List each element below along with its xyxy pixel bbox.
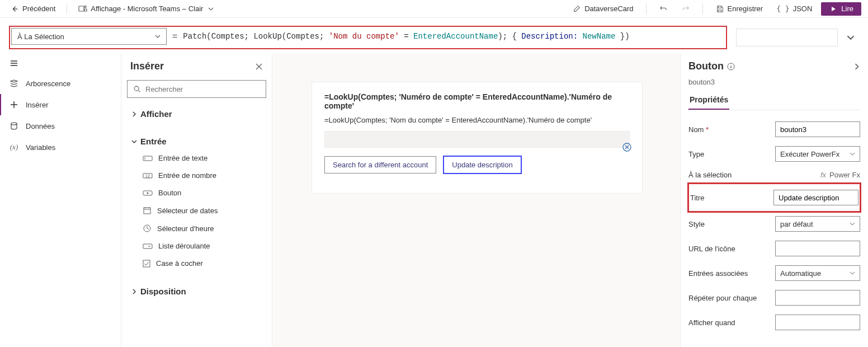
update-description-button[interactable]: Update description bbox=[443, 156, 521, 174]
prop-type-value: Exécuter PowerFx bbox=[780, 150, 839, 158]
nav-variables[interactable]: (x) Variables bbox=[0, 137, 121, 158]
properties-title-text: Bouton bbox=[688, 60, 724, 72]
save-label: Enregistrer bbox=[728, 4, 763, 13]
prop-row-repeat: Répéter pour chaque bbox=[688, 285, 860, 310]
number-input-icon: 12 bbox=[143, 172, 153, 180]
redo-icon bbox=[681, 4, 690, 13]
tab-properties[interactable]: Propriétés bbox=[688, 92, 729, 110]
dataverse-button[interactable]: DataverseCard bbox=[568, 2, 638, 16]
hamburger-button[interactable] bbox=[0, 54, 121, 73]
play-button[interactable]: Lire bbox=[821, 2, 861, 16]
json-button[interactable]: { } JSON bbox=[772, 2, 817, 15]
redo-button[interactable] bbox=[677, 2, 695, 16]
property-label: À La Sélection bbox=[17, 32, 64, 41]
search-input[interactable] bbox=[145, 85, 260, 93]
control-time-picker[interactable]: Sélecteur d'heure bbox=[131, 219, 262, 237]
prop-name-input[interactable] bbox=[775, 121, 860, 137]
prop-assoc-dropdown[interactable]: Automatique bbox=[775, 265, 860, 281]
properties-title: Bouton bbox=[688, 60, 735, 72]
nav-insert-label: Insérer bbox=[26, 101, 48, 109]
svg-rect-9 bbox=[144, 208, 150, 214]
clear-button[interactable] bbox=[622, 142, 632, 152]
prop-row-type: Type Exécuter PowerFx bbox=[688, 142, 860, 166]
formula-input[interactable] bbox=[736, 29, 838, 46]
tree-icon bbox=[9, 78, 19, 88]
control-dropdown-label: Liste déroulante bbox=[158, 242, 210, 250]
prop-iconurl-input[interactable] bbox=[775, 241, 860, 256]
prop-assoc-label: Entrées associées bbox=[688, 269, 748, 278]
prop-iconurl-label: URL de l'icône bbox=[688, 245, 735, 253]
prop-row-showwhen: Afficher quand bbox=[688, 310, 860, 335]
control-button-label: Bouton bbox=[158, 189, 181, 197]
close-panel-button[interactable] bbox=[255, 63, 263, 71]
prop-row-iconurl: URL de l'icône bbox=[688, 236, 860, 261]
nav-tree[interactable]: Arborescence bbox=[0, 73, 121, 94]
nav-tree-label: Arborescence bbox=[26, 79, 70, 88]
nav-data[interactable]: Données bbox=[0, 115, 121, 137]
top-bar-right: DataverseCard Enregistrer { } JSON bbox=[568, 2, 861, 16]
element-name: bouton3 bbox=[688, 78, 860, 92]
control-number-input[interactable]: 12 Entrée de nombre bbox=[131, 167, 262, 184]
save-icon bbox=[715, 4, 724, 13]
edit-icon bbox=[572, 4, 581, 13]
chevron-right-icon bbox=[131, 111, 137, 117]
property-dropdown[interactable]: À La Sélection bbox=[11, 28, 167, 45]
control-number-label: Entrée de nombre bbox=[158, 171, 216, 180]
prop-title-input[interactable] bbox=[773, 190, 858, 205]
control-button[interactable]: Bouton bbox=[131, 184, 262, 201]
control-dropdown[interactable]: Liste déroulante bbox=[131, 237, 262, 255]
prop-name-label: Nom bbox=[688, 125, 709, 134]
prop-style-label: Style bbox=[688, 220, 705, 228]
info-icon[interactable] bbox=[727, 63, 735, 71]
theme-dropdown[interactable]: Affichage - Microsoft Teams – Clair bbox=[75, 2, 219, 16]
search-box[interactable] bbox=[127, 80, 266, 98]
prop-row-onselect: À la sélection fxPower Fx bbox=[688, 166, 860, 184]
insert-title: Insérer bbox=[130, 60, 164, 72]
separator bbox=[646, 3, 647, 15]
prop-onselect-value[interactable]: fxPower Fx bbox=[820, 171, 860, 179]
section-layout: Disposition bbox=[127, 280, 266, 303]
variable-icon: (x) bbox=[9, 142, 19, 152]
section-input-label: Entrée bbox=[140, 137, 167, 146]
prop-showwhen-label: Afficher quand bbox=[688, 318, 735, 327]
formula-highlight: À La Sélection = Patch(Comptes; LookUp(C… bbox=[9, 26, 727, 49]
svg-point-8 bbox=[147, 192, 149, 194]
prop-repeat-input[interactable] bbox=[775, 290, 860, 306]
properties-tabs: Propriétés bbox=[688, 92, 860, 110]
control-date-picker[interactable]: Sélecteur de dates bbox=[131, 201, 262, 219]
section-input-header[interactable]: Entrée bbox=[131, 133, 262, 149]
formula-bar: À La Sélection = Patch(Comptes; LookUp(C… bbox=[0, 18, 868, 54]
play-label: Lire bbox=[841, 4, 853, 13]
equals-icon: = bbox=[172, 31, 177, 41]
prop-style-dropdown[interactable]: par défaut bbox=[775, 216, 860, 232]
chevron-right-icon bbox=[131, 289, 137, 294]
expand-panel-button[interactable] bbox=[853, 63, 860, 70]
nav-insert[interactable]: Insérer bbox=[0, 94, 121, 115]
prop-showwhen-input[interactable] bbox=[775, 315, 860, 330]
control-text-input[interactable]: Entrée de texte bbox=[131, 149, 262, 167]
undo-button[interactable] bbox=[654, 2, 672, 16]
close-circle-icon bbox=[622, 142, 632, 152]
svg-rect-4 bbox=[143, 156, 152, 161]
section-display-label: Afficher bbox=[140, 109, 172, 119]
prop-assoc-value: Automatique bbox=[780, 269, 821, 278]
properties-panel: Bouton bouton3 Propriétés Nom Type Exécu… bbox=[680, 54, 868, 347]
dropdown-icon bbox=[143, 242, 153, 250]
back-button[interactable]: Précédent bbox=[7, 2, 59, 16]
control-checkbox[interactable]: Case à cocher bbox=[131, 255, 262, 272]
section-display-header[interactable]: Afficher bbox=[131, 106, 262, 122]
card-field[interactable] bbox=[324, 131, 630, 148]
section-layout-header[interactable]: Disposition bbox=[131, 283, 262, 299]
canvas[interactable]: =LookUp(Comptes; 'Numéro de compte' = En… bbox=[272, 54, 680, 347]
button-icon bbox=[143, 189, 153, 197]
prop-type-dropdown[interactable]: Exécuter PowerFx bbox=[775, 146, 860, 162]
teams-icon bbox=[78, 4, 87, 13]
chevron-down-icon bbox=[155, 34, 161, 39]
save-button[interactable]: Enregistrer bbox=[711, 2, 768, 16]
theme-label: Affichage - Microsoft Teams – Clair bbox=[91, 4, 203, 13]
prop-row-title: Titre bbox=[690, 185, 858, 210]
expand-formula-button[interactable] bbox=[842, 34, 859, 41]
search-account-button[interactable]: Search for a different account bbox=[324, 156, 436, 174]
prop-title-label: Titre bbox=[690, 194, 705, 202]
control-checkbox-label: Case à cocher bbox=[156, 259, 203, 268]
